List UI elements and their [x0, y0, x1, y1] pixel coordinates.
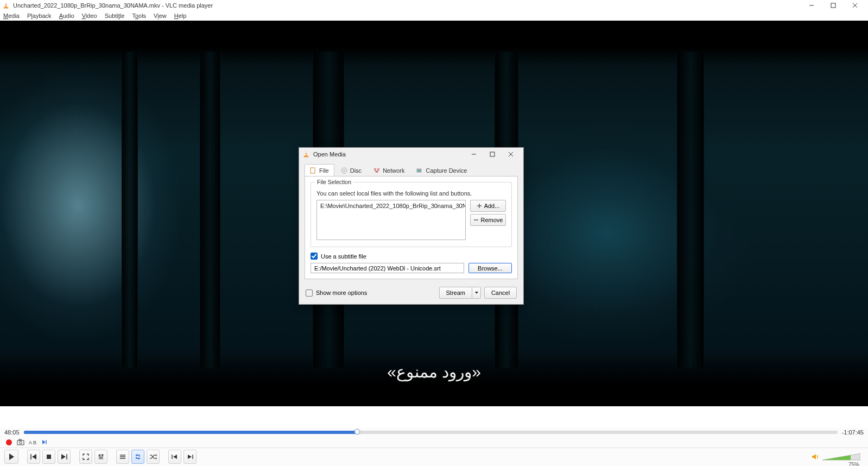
- plus-icon: [477, 203, 482, 209]
- record-button[interactable]: [4, 438, 13, 446]
- remaining-time[interactable]: -1:07:45: [842, 429, 864, 436]
- menu-video[interactable]: Video: [82, 12, 97, 19]
- dialog-close-button[interactable]: [502, 148, 520, 160]
- svg-rect-5: [831, 3, 835, 8]
- svg-marker-0: [4, 2, 7, 8]
- control-bar: 48:05 -1:07:45 AB: [0, 428, 868, 466]
- fullscreen-icon: [83, 454, 89, 460]
- use-subtitle-label: Use a subtitle file: [321, 253, 366, 260]
- svg-marker-36: [9, 454, 14, 460]
- svg-rect-24: [417, 169, 421, 172]
- dialog-maximize-button[interactable]: [483, 148, 502, 160]
- close-button[interactable]: [844, 0, 866, 11]
- open-media-dialog: Open Media File Disc Network Capture Dev…: [299, 147, 524, 305]
- show-more-options-checkbox[interactable]: [306, 289, 313, 297]
- add-button[interactable]: Add...: [470, 200, 506, 212]
- window-title: Uncharted_2022_1080p_BrRip_30nama_30NAMA…: [13, 2, 213, 9]
- vlc-cone-icon: [302, 150, 310, 158]
- loop-ab-button[interactable]: AB: [28, 438, 37, 446]
- svg-marker-40: [61, 454, 66, 459]
- tab-disc[interactable]: Disc: [335, 164, 367, 176]
- minimize-button[interactable]: [801, 0, 822, 11]
- svg-marker-52: [138, 457, 140, 459]
- loop-button[interactable]: [131, 450, 144, 464]
- shuffle-button[interactable]: [147, 450, 160, 464]
- extended-settings-button[interactable]: [94, 450, 107, 464]
- stream-dropdown-arrow[interactable]: [472, 287, 481, 299]
- playlist-button[interactable]: [116, 450, 129, 464]
- skip-forward-icon: [60, 454, 68, 460]
- svg-marker-34: [42, 440, 46, 444]
- tab-file[interactable]: File: [305, 164, 334, 176]
- loop-ab-icon: AB: [29, 439, 36, 445]
- svg-rect-3: [4, 8, 9, 9]
- svg-marker-57: [188, 455, 192, 459]
- loop-icon: [134, 454, 142, 460]
- file-list[interactable]: E:\Movie\Uncharted_2022_1080p_BrRip_30na…: [316, 200, 466, 240]
- window-titlebar: Uncharted_2022_1080p_BrRip_30nama_30NAMA…: [0, 0, 868, 11]
- svg-point-47: [102, 454, 104, 456]
- file-selection-hint: You can select local files with the foll…: [316, 190, 506, 197]
- subtitle-path-input[interactable]: [311, 263, 464, 273]
- dialog-title: Open Media: [313, 151, 346, 158]
- minus-icon: [473, 217, 479, 223]
- svg-point-46: [100, 457, 102, 458]
- svg-marker-38: [32, 454, 36, 459]
- frame-step-button[interactable]: [40, 438, 49, 446]
- fastforward-icon: [186, 454, 194, 460]
- menu-tools[interactable]: Tools: [132, 12, 146, 19]
- tab-capture[interactable]: Capture Device: [411, 164, 472, 176]
- use-subtitle-checkbox[interactable]: [311, 253, 318, 260]
- volume-percent: 75%: [848, 462, 859, 467]
- stream-button[interactable]: Stream: [439, 287, 472, 299]
- menu-view[interactable]: View: [154, 12, 167, 19]
- stream-split-button[interactable]: Stream: [439, 287, 481, 299]
- remove-button[interactable]: Remove: [470, 214, 506, 226]
- skip-back-icon: [30, 454, 37, 460]
- menu-audio[interactable]: Audio: [59, 12, 74, 19]
- faster-button[interactable]: [183, 450, 197, 464]
- svg-marker-56: [173, 455, 177, 459]
- maximize-button[interactable]: [822, 0, 844, 11]
- play-button[interactable]: [4, 450, 18, 464]
- video-viewport[interactable]: «ورود ممنوع» Open Media File Disc Networ…: [0, 21, 868, 406]
- record-icon: [6, 439, 12, 445]
- speaker-icon[interactable]: [812, 453, 819, 461]
- svg-rect-1: [5, 4, 7, 4]
- chevron-down-icon: [474, 291, 479, 295]
- menu-media[interactable]: Media: [3, 12, 20, 19]
- svg-point-19: [343, 169, 345, 171]
- snapshot-button[interactable]: [16, 438, 25, 446]
- dialog-tabs: File Disc Network Capture Device: [299, 161, 523, 176]
- slower-button[interactable]: [168, 450, 181, 464]
- volume-control: 75%: [812, 452, 864, 461]
- next-button[interactable]: [58, 450, 71, 464]
- file-selection-legend: File Selection: [315, 179, 353, 185]
- vlc-cone-icon: [2, 2, 10, 9]
- seek-slider[interactable]: [24, 431, 838, 434]
- dialog-titlebar[interactable]: Open Media: [299, 148, 523, 161]
- svg-marker-54: [156, 457, 157, 459]
- use-subtitle-row: Use a subtitle file: [311, 253, 512, 260]
- svg-point-30: [20, 442, 22, 444]
- stop-button[interactable]: [42, 450, 55, 464]
- browse-button[interactable]: Browse...: [468, 263, 512, 273]
- file-icon: [310, 167, 316, 174]
- tab-network[interactable]: Network: [368, 164, 410, 176]
- transport-toolbar: 75%: [0, 448, 868, 466]
- dialog-minimize-button[interactable]: [465, 148, 483, 160]
- svg-marker-51: [136, 454, 137, 456]
- seek-handle[interactable]: [354, 429, 360, 434]
- volume-slider[interactable]: 75%: [822, 452, 860, 461]
- camera-icon: [17, 439, 24, 445]
- menu-subtitle[interactable]: Subtitle: [105, 12, 125, 19]
- svg-rect-10: [305, 154, 307, 155]
- network-icon: [373, 167, 380, 174]
- file-list-item[interactable]: E:\Movie\Uncharted_2022_1080p_BrRip_30na…: [320, 203, 462, 209]
- menu-help[interactable]: Help: [174, 12, 187, 19]
- previous-button[interactable]: [27, 450, 40, 464]
- menu-playback[interactable]: Playback: [27, 12, 52, 19]
- cancel-button[interactable]: Cancel: [484, 287, 517, 299]
- fullscreen-button[interactable]: [79, 450, 92, 464]
- elapsed-time[interactable]: 48:05: [4, 429, 20, 436]
